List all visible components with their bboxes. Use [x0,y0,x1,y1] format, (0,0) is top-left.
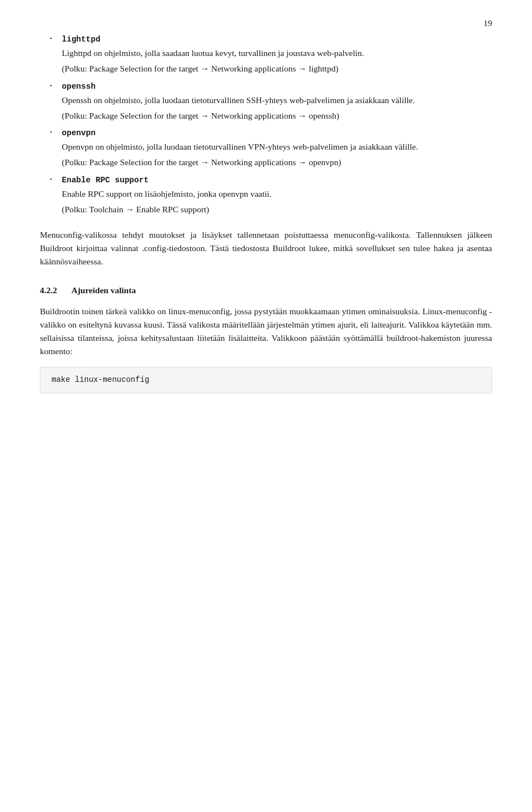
bullet-path-openssh: (Polku: Package Selection for the target… [62,109,492,122]
main-content: • lighttpd Lighttpd on ohjelmisto, jolla… [40,33,492,394]
list-item: • openvpn Openvpn on ohjelmisto, jolla l… [40,127,492,170]
bullet-content-rpc: Enable RPC support Enable RPC support on… [62,174,492,217]
page: 19 • lighttpd Lighttpd on ohjelmisto, jo… [0,0,532,812]
list-item: • lighttpd Lighttpd on ohjelmisto, jolla… [40,33,492,76]
bullet-list: • lighttpd Lighttpd on ohjelmisto, jolla… [40,33,492,216]
bullet-title-openvpn: openvpn [62,127,492,139]
bullet-title-openssh: openssh [62,80,492,93]
page-number: 19 [484,17,493,30]
bullet-content-lighttpd: lighttpd Lighttpd on ohjelmisto, jolla s… [62,33,492,76]
bullet-desc-openvpn: Openvpn on ohjelmisto, jolla luodaan tie… [62,140,492,154]
bullet-title-rpc: Enable RPC support [62,174,492,186]
paragraph-menuconfig: Menuconfig-valikossa tehdyt muutokset ja… [40,228,492,268]
code-text: make linux-menuconfig [52,375,149,384]
list-item: • openssh Openssh on ohjelmisto, jolla l… [40,80,492,123]
paragraph-buildroot: Buildrootin toinen tärkeä valikko on lin… [40,305,492,358]
bullet-content-openvpn: openvpn Openvpn on ohjelmisto, jolla luo… [62,127,492,170]
bullet-path-lighttpd: (Polku: Package Selection for the target… [62,62,492,75]
bullet-title-lighttpd: lighttpd [62,33,492,45]
bullet-icon: • [50,34,52,43]
bullet-content-openssh: openssh Openssh on ohjelmisto, jolla luo… [62,80,492,123]
bullet-icon: • [50,81,52,90]
code-block: make linux-menuconfig [40,367,492,394]
bullet-path-openvpn: (Polku: Package Selection for the target… [62,156,492,169]
bullet-icon: • [50,175,52,184]
section-title: Ajureiden valinta [71,285,136,295]
list-item: • Enable RPC support Enable RPC support … [40,174,492,217]
section-heading: 4.2.2 Ajureiden valinta [40,284,492,297]
bullet-desc-openssh: Openssh on ohjelmisto, jolla luodaan tie… [62,94,492,107]
bullet-icon: • [50,128,52,137]
bullet-desc-rpc: Enable RPC support on lisäohjelmisto, jo… [62,187,492,201]
section-number: 4.2.2 [40,285,57,295]
bullet-path-rpc: (Polku: Toolchain → Enable RPC support) [62,203,492,216]
bullet-desc-lighttpd: Lighttpd on ohjelmisto, jolla saadaan lu… [62,47,492,60]
